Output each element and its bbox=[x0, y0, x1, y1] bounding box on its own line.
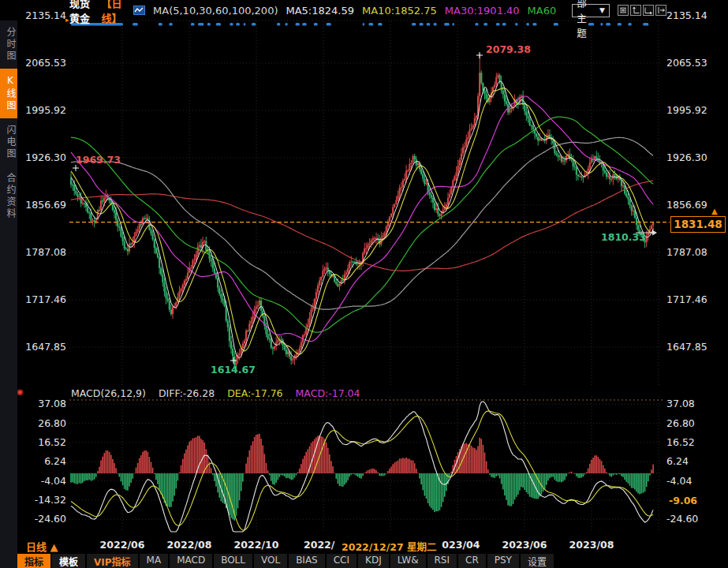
annotation-low: 1614.67 bbox=[211, 364, 256, 376]
sidebar-item-contract-info[interactable]: 合约资料 bbox=[0, 166, 17, 226]
x-tick: 2022/10 bbox=[234, 539, 279, 551]
x-tick: 2023/04 bbox=[435, 539, 480, 551]
price-axis-label-right: 2065.53 bbox=[666, 58, 707, 69]
pan-crosshair-icon[interactable] bbox=[618, 5, 629, 16]
scale-x-axis-icon[interactable] bbox=[643, 5, 654, 16]
toolbar-item-macd[interactable]: MACD bbox=[170, 554, 212, 568]
toolbar-item-ma[interactable]: MA bbox=[140, 554, 169, 568]
toolbar-item-rsi[interactable]: RSI bbox=[427, 554, 457, 568]
ma60-value: MA60 bbox=[528, 5, 557, 17]
macd-axis-label-left: 37.08 bbox=[17, 399, 66, 409]
scale-y-axis-icon[interactable] bbox=[630, 5, 641, 16]
price-axis-label-right: 1926.30 bbox=[666, 153, 707, 163]
theme-dropdown[interactable]: 全部主题 ▼ bbox=[572, 4, 610, 17]
symbol-title: 现货黄金 bbox=[69, 0, 94, 25]
toolbar-item-vip-indicator[interactable]: VIP指标 bbox=[87, 554, 138, 568]
chart-canvas[interactable] bbox=[0, 0, 728, 568]
macd-axis-label-right: 16.52 bbox=[666, 438, 695, 448]
macd-axis-label-left: -4.04 bbox=[17, 476, 66, 486]
toolbar-item-bias[interactable]: BIAS bbox=[289, 554, 325, 568]
x-tick: 2022/08 bbox=[167, 539, 212, 551]
toolbar-item-vol[interactable]: VOL bbox=[254, 554, 287, 568]
left-sidebar: 分时图 K线图 闪电图 合约资料 bbox=[0, 21, 17, 568]
alert-dot-icon: ◉ bbox=[17, 387, 24, 396]
macd-axis-label-right: 6.24 bbox=[666, 457, 689, 467]
macd-axis-label-left: 6.24 bbox=[17, 457, 66, 467]
cursor-date-tooltip: 2022/12/27 星期二 bbox=[337, 538, 442, 555]
go-to-latest-icon[interactable] bbox=[655, 5, 666, 16]
toolbar-item-psy[interactable]: PSY bbox=[487, 554, 519, 568]
toolbar-item-cr[interactable]: CR bbox=[458, 554, 486, 568]
macd-header: MACD(26,12,9) DIFF:-26.28 DEA:-17.76 MAC… bbox=[71, 387, 360, 399]
price-axis-label-right: 1647.85 bbox=[666, 342, 707, 353]
sidebar-item-lightning-chart[interactable]: 闪电图 bbox=[0, 118, 17, 166]
macd-axis-label-left: 26.80 bbox=[17, 418, 66, 428]
period-selector[interactable]: 日线 ▲ bbox=[26, 539, 58, 554]
annotation-high: 2079.38 bbox=[486, 43, 531, 55]
price-axis-label-left: 1856.69 bbox=[17, 200, 66, 211]
macd-axis-label-right: 37.08 bbox=[666, 399, 695, 409]
macd-axis-label-right: -4.04 bbox=[666, 476, 692, 486]
x-tick: 2023/06 bbox=[502, 539, 547, 551]
ma10-value: MA10:1852.75 bbox=[362, 5, 437, 17]
current-price-badge: 1831.48 bbox=[670, 216, 726, 233]
price-axis-label-left: 2065.53 bbox=[17, 58, 66, 69]
toolbar-item-template[interactable]: 模板 bbox=[52, 554, 85, 568]
toolbar-item-indicator[interactable]: 指标 bbox=[17, 554, 50, 568]
toolbar-item-boll[interactable]: BOLL bbox=[214, 554, 252, 568]
chart-type-icon[interactable] bbox=[133, 6, 145, 15]
ma30-value: MA30:1901.40 bbox=[445, 5, 520, 17]
toolbar-item-kdj[interactable]: KDJ bbox=[358, 554, 389, 568]
annotation-late-low: 1810.33 bbox=[601, 231, 646, 243]
price-axis-label-left: 1787.08 bbox=[17, 248, 66, 258]
macd-axis-label-left: -24.60 bbox=[17, 514, 66, 525]
price-axis-label-right: 1856.69 bbox=[666, 200, 707, 211]
x-axis-row: 日线 ▲ 2022/06 2022/08 2022/10 2022/ 2023/… bbox=[0, 537, 728, 553]
trading-app: 现货黄金 【日线】 MA(5,10,30,60,100,200) MA5:182… bbox=[0, 0, 728, 568]
price-axis-label-left: 1995.92 bbox=[17, 106, 66, 116]
macd-axis-label-left: -14.32 bbox=[17, 495, 66, 506]
macd-axis-label-right: -24.60 bbox=[666, 514, 698, 525]
price-axis-label-left: 1717.46 bbox=[17, 295, 66, 305]
period-tag: 【日线】 bbox=[102, 0, 126, 25]
sidebar-item-time-chart[interactable]: 分时图 bbox=[0, 21, 17, 69]
chart-tool-icons bbox=[618, 5, 666, 16]
macd-axis-label-right: 26.80 bbox=[666, 418, 695, 428]
toolbar-item-settings[interactable]: 设置 bbox=[521, 554, 554, 568]
chevron-down-icon: ▼ bbox=[599, 6, 605, 14]
annotation-early-high: 1969.73 bbox=[76, 154, 121, 166]
top-bar: 现货黄金 【日线】 MA(5,10,30,60,100,200) MA5:182… bbox=[0, 0, 728, 21]
toolbar-item-lw[interactable]: LW& bbox=[390, 554, 426, 568]
macd-diff-value: DIFF:-26.28 bbox=[159, 387, 215, 399]
price-axis-label-right: 1995.92 bbox=[666, 106, 707, 116]
price-axis-label-left: 1926.30 bbox=[17, 153, 66, 163]
x-tick: 2022/06 bbox=[100, 539, 145, 551]
price-axis-label-right: 1787.08 bbox=[666, 248, 707, 258]
x-tick: 2023/08 bbox=[569, 539, 614, 551]
macd-cursor-badge: -9.06 bbox=[665, 494, 701, 507]
ma5-value: MA5:1824.59 bbox=[286, 5, 354, 17]
price-axis-label-left: 1647.85 bbox=[17, 342, 66, 353]
price-axis-label-right: 1717.46 bbox=[666, 295, 707, 305]
macd-dea-value: DEA:-17.76 bbox=[227, 387, 282, 399]
price-up-arrow-icon: ▲ bbox=[711, 207, 718, 215]
toolbar-item-cci[interactable]: CCI bbox=[327, 554, 357, 568]
macd-params-label: MACD(26,12,9) bbox=[71, 387, 146, 399]
macd-axis-label-left: 16.52 bbox=[17, 438, 66, 448]
ma-settings-label: MA(5,10,30,60,100,200) bbox=[153, 5, 278, 17]
indicator-toolbar: 指标 模板 VIP指标 MA MACD BOLL VOL BIAS CCI KD… bbox=[17, 554, 728, 568]
sidebar-item-kline-chart[interactable]: K线图 bbox=[0, 69, 17, 118]
x-tick: 2022/ bbox=[304, 539, 334, 551]
macd-macd-value: MACD:-17.04 bbox=[296, 387, 360, 399]
theme-dropdown-label: 全部主题 bbox=[577, 0, 596, 40]
